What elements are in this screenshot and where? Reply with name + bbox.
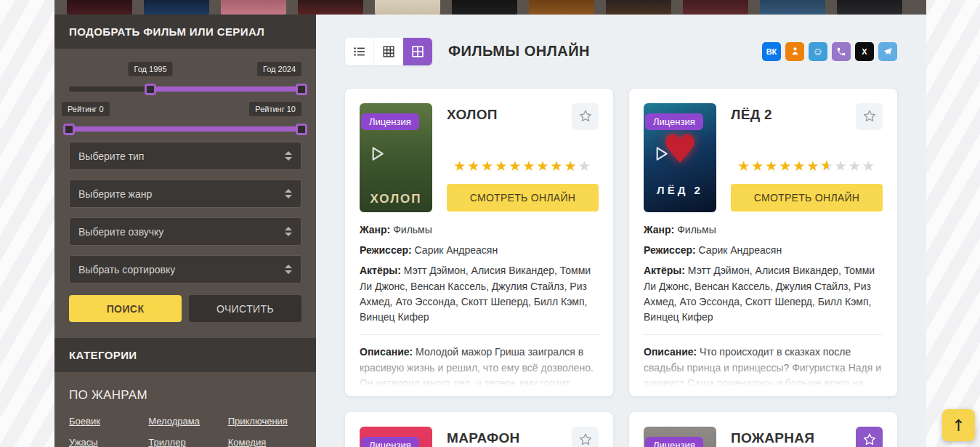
movie-poster[interactable]: ХОЛОП Лицензия: [360, 103, 432, 212]
telegram-icon[interactable]: [878, 42, 897, 61]
vk-icon[interactable]: ВК: [762, 42, 781, 61]
scroll-to-top-button[interactable]: ↑: [942, 409, 975, 441]
voiceover-select[interactable]: Выберите озвучку: [69, 217, 301, 246]
year-max-handle[interactable]: [296, 84, 307, 95]
divider: [644, 334, 883, 335]
director-value: Сарик Андреасян: [415, 244, 498, 256]
select-arrows-icon: [285, 189, 292, 198]
rating-min-tooltip: Рейтинг 0: [62, 102, 110, 116]
large-grid-view-icon: [410, 44, 426, 60]
carousel-poster[interactable]: [529, 0, 594, 15]
favorite-button[interactable]: [856, 427, 883, 447]
viber-icon[interactable]: [832, 42, 851, 61]
x-twitter-icon[interactable]: X: [855, 42, 874, 61]
type-select[interactable]: Выберите тип: [69, 142, 301, 170]
favorite-button[interactable]: [572, 427, 599, 447]
actors-label: Актёры:: [360, 265, 401, 276]
movie-poster[interactable]: Лицензия: [644, 427, 716, 447]
carousel-poster[interactable]: [298, 0, 363, 15]
posters-carousel-strip: [54, 0, 926, 15]
actors-label: Актёры:: [644, 265, 685, 276]
rating-max-handle[interactable]: [296, 124, 307, 135]
odnoklassniki-icon[interactable]: [785, 42, 804, 61]
director-label: Режиссер:: [360, 244, 412, 256]
year-min-handle[interactable]: [145, 84, 156, 95]
page-title: ФИЛЬМЫ ОНЛАЙН: [448, 43, 590, 60]
carousel-poster[interactable]: [760, 0, 825, 15]
favorite-star-icon: [862, 108, 878, 124]
sorting-select[interactable]: Выбрать сортировку: [69, 255, 301, 283]
genre-value: Фильмы: [393, 224, 432, 235]
favorite-star-icon: [578, 432, 594, 447]
genre-links: Боевик Мелодрама Приключения Ужасы Трилл…: [69, 416, 301, 447]
poster-title-text: ЛЁД 2: [644, 184, 716, 196]
list-view-button[interactable]: [345, 38, 374, 65]
carousel-poster[interactable]: [837, 0, 902, 15]
by-genres-title: ПО ЖАНРАМ: [69, 388, 301, 403]
carousel-poster[interactable]: [683, 0, 748, 15]
genre-label: Жанр:: [644, 224, 674, 235]
filter-sidebar: ПОДОБРАТЬ ФИЛЬМ ИЛИ СЕРИАЛ Год 1995 Год …: [54, 15, 316, 447]
genre-select[interactable]: Выберите жанр: [69, 180, 301, 208]
page-container: ПОДОБРАТЬ ФИЛЬМ ИЛИ СЕРИАЛ Год 1995 Год …: [54, 0, 926, 447]
genre-link-komediya[interactable]: Комедия: [228, 437, 301, 447]
type-select-value: Выберите тип: [78, 150, 144, 162]
search-button[interactable]: ПОИСК: [69, 295, 182, 322]
movie-title: ХОЛОП: [447, 106, 498, 124]
movie-title: МАРАФОН ЖЕЛАНИЙ: [447, 430, 572, 447]
genre-select-value: Выберите жанр: [78, 188, 152, 200]
movie-title: ПОЖАРНАЯ ЧАСТЬ 19: [731, 430, 856, 447]
favorite-star-icon: [578, 108, 594, 124]
small-grid-view-button[interactable]: [374, 38, 403, 65]
movie-poster[interactable]: Лицензия: [360, 427, 432, 447]
license-badge: Лицензия: [361, 437, 419, 447]
description-label: Описание:: [360, 346, 413, 358]
moy-mir-icon[interactable]: ☺: [809, 42, 827, 61]
clear-button[interactable]: ОЧИСТИТЬ: [189, 295, 301, 322]
social-share-bar: ВК ☺ X: [762, 42, 897, 61]
genre-label: Жанр:: [360, 224, 390, 235]
movie-card: Лицензия МАРАФОН ЖЕЛАНИЙ СМОТРЕТЬ ОНЛАЙН: [345, 412, 613, 447]
carousel-poster[interactable]: [144, 0, 209, 15]
rating-slider-track[interactable]: [69, 126, 301, 132]
favorite-star-icon: [862, 432, 878, 447]
favorite-button[interactable]: [572, 103, 599, 130]
year-slider-track[interactable]: [69, 86, 301, 92]
genre-link-boevik[interactable]: Боевик: [69, 416, 142, 427]
watch-online-button[interactable]: СМОТРЕТЬ ОНЛАЙН: [447, 184, 599, 212]
select-arrows-icon: [285, 151, 292, 161]
rating-min-handle[interactable]: [63, 124, 75, 135]
movie-poster[interactable]: ♥ ЛЁД 2 Лицензия: [644, 103, 716, 212]
watch-online-button[interactable]: СМОТРЕТЬ ОНЛАЙН: [731, 184, 883, 212]
license-badge: Лицензия: [645, 437, 703, 447]
movie-card: ХОЛОП Лицензия ХОЛОП ★★★★★★★★★★ С: [345, 89, 613, 396]
sorting-select-value: Выбрать сортировку: [78, 264, 175, 275]
view-toggle-group: [345, 38, 432, 65]
year-min-tooltip: Год 1995: [128, 62, 172, 76]
license-badge: Лицензия: [361, 113, 419, 130]
list-view-icon: [352, 44, 368, 60]
carousel-poster[interactable]: [375, 0, 440, 15]
favorite-button[interactable]: [856, 103, 883, 130]
carousel-poster[interactable]: [67, 0, 132, 15]
filter-panel-title: ПОДОБРАТЬ ФИЛЬМ ИЛИ СЕРИАЛ: [54, 15, 316, 49]
license-badge: Лицензия: [645, 113, 703, 130]
movie-card: ♥ ЛЁД 2 Лицензия ЛЁД 2: [629, 89, 897, 396]
voiceover-select-value: Выберите озвучку: [78, 226, 163, 238]
main-content: ФИЛЬМЫ ОНЛАЙН ВК ☺ X: [316, 15, 926, 447]
play-icon: [651, 144, 670, 163]
director-value: Сарик Андреасян: [699, 244, 782, 256]
director-label: Режиссер:: [644, 244, 696, 256]
description-label: Описание:: [644, 346, 697, 358]
genre-link-triller[interactable]: Триллер: [148, 437, 222, 447]
genre-link-uzhasy[interactable]: Ужасы: [69, 437, 142, 447]
carousel-poster[interactable]: [221, 0, 286, 15]
carousel-poster[interactable]: [452, 0, 517, 15]
poster-title-text: ХОЛОП: [360, 192, 432, 206]
genre-link-priklyucheniya[interactable]: Приключения: [228, 416, 301, 427]
carousel-poster[interactable]: [606, 0, 671, 15]
star-rating: ★★★★★★★★★★: [447, 159, 599, 173]
large-grid-view-button[interactable]: [403, 38, 432, 65]
genre-link-melodrama[interactable]: Мелодрама: [148, 416, 222, 427]
year-max-tooltip: Год 2024: [257, 62, 301, 76]
